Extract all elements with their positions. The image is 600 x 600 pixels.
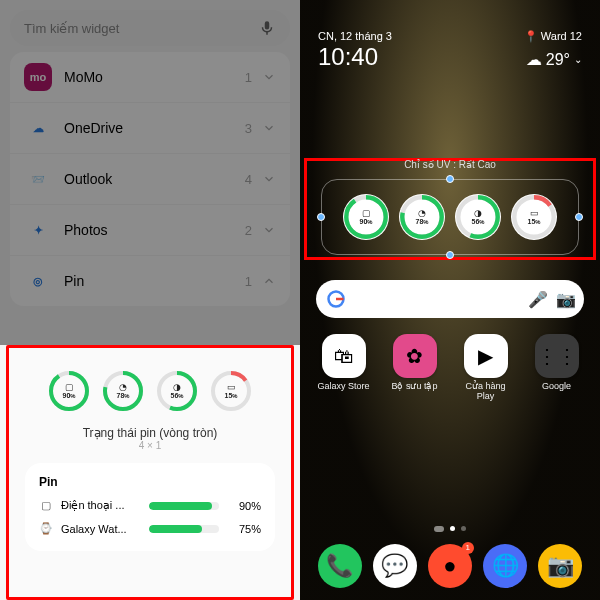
dock-app[interactable]: 🌐: [483, 544, 527, 588]
widget-picker-panel: Tìm kiếm widget mo MoMo 1 ☁ OneDrive 3 📨…: [0, 0, 300, 600]
search-placeholder: Tìm kiếm widget: [24, 21, 119, 36]
notification-badge: 1: [462, 542, 474, 554]
status-area: CN, 12 tháng 3 📍 Ward 12 10:40 ☁ 29° ⌄: [300, 0, 600, 75]
battery-ring: ▢90%: [48, 370, 90, 412]
chevron-down-icon: [262, 172, 276, 186]
battery-ring: ◔78%: [102, 370, 144, 412]
dock: 📞 💬 ●1 🌐 📷: [300, 544, 600, 588]
app-icon[interactable]: ⋮⋮ Google: [527, 334, 587, 402]
chevron-down-icon: [262, 70, 276, 84]
home-screen-panel: CN, 12 tháng 3 📍 Ward 12 10:40 ☁ 29° ⌄ C…: [300, 0, 600, 600]
clock: 10:40: [318, 43, 378, 71]
chevron-down-icon: [262, 223, 276, 237]
google-logo-icon: [326, 289, 346, 309]
widget-title: Trạng thái pin (vòng tròn): [25, 426, 275, 440]
page-dot[interactable]: [450, 526, 455, 531]
battery-ring-row: ▢90% ◔78% ◑56% ▭15%: [25, 370, 275, 412]
app-icon[interactable]: ✿ Bộ sưu tập: [385, 334, 445, 402]
app-icon[interactable]: ▶ Cửa hàng Play: [456, 334, 516, 402]
resize-handle-left[interactable]: [317, 213, 325, 221]
placed-battery-widget[interactable]: ▢90% ◔78% ◑56% ▭15%: [321, 179, 579, 255]
mic-icon[interactable]: [258, 19, 276, 37]
app-icon[interactable]: 🛍 Galaxy Store: [314, 334, 374, 402]
widget-size: 4 × 1: [25, 440, 275, 451]
device-name: Galaxy Wat...: [61, 523, 141, 535]
page-dot[interactable]: [461, 526, 466, 531]
device-name: Điện thoại ...: [61, 499, 141, 512]
uv-label: Chỉ số UV : Rất Cao: [404, 159, 496, 170]
chevron-down-icon: [262, 121, 276, 135]
app-list-row[interactable]: ✦ Photos 2: [10, 205, 290, 255]
weather-temp[interactable]: ☁ 29° ⌄: [526, 50, 582, 69]
placed-widget-highlight: Chỉ số UV : Rất Cao ▢90% ◔78% ◑56% ▭15%: [304, 158, 596, 260]
chevron-up-icon: [262, 274, 276, 288]
device-icon: ▢: [39, 499, 53, 512]
dock-app[interactable]: 📷: [538, 544, 582, 588]
device-row: ⌚ Galaxy Wat... 75%: [39, 522, 261, 535]
battery-ring: ◑56%: [156, 370, 198, 412]
battery-ring: ◑56%: [455, 194, 501, 240]
location-label: 📍 Ward 12: [524, 30, 582, 43]
app-list-row[interactable]: 📨 Outlook 4: [10, 154, 290, 204]
device-row: ▢ Điện thoại ... 90%: [39, 499, 261, 512]
resize-handle-right[interactable]: [575, 213, 583, 221]
device-icon: ⌚: [39, 522, 53, 535]
battery-detail-card: Pin ▢ Điện thoại ... 90% ⌚ Galaxy Wat...…: [25, 463, 275, 551]
dock-app[interactable]: 📞: [318, 544, 362, 588]
google-search-bar[interactable]: 🎤 📷: [316, 280, 584, 318]
battery-ring: ▭15%: [210, 370, 252, 412]
resize-handle-bottom[interactable]: [446, 251, 454, 259]
widget-app-list: mo MoMo 1 ☁ OneDrive 3 📨 Outlook 4 ✦ Pho…: [0, 52, 300, 306]
date-label: CN, 12 tháng 3: [318, 30, 392, 43]
battery-ring: ◔78%: [399, 194, 445, 240]
dock-app[interactable]: ●1: [428, 544, 472, 588]
home-page-dot[interactable]: [434, 526, 444, 532]
lens-icon[interactable]: 📷: [556, 290, 574, 308]
mic-icon[interactable]: 🎤: [528, 290, 546, 308]
app-list-row[interactable]: mo MoMo 1: [10, 52, 290, 102]
app-list-row[interactable]: ◎ Pin 1: [10, 256, 290, 306]
widget-search-input[interactable]: Tìm kiếm widget: [10, 10, 290, 46]
detail-header: Pin: [39, 475, 261, 489]
app-row: 🛍 Galaxy Store ✿ Bộ sưu tập ▶ Cửa hàng P…: [300, 334, 600, 402]
selected-widget-preview: ▢90% ◔78% ◑56% ▭15% Trạng thái pin (vòng…: [6, 345, 294, 600]
app-list-row[interactable]: ☁ OneDrive 3: [10, 103, 290, 153]
battery-ring: ▢90%: [343, 194, 389, 240]
resize-handle-top[interactable]: [446, 175, 454, 183]
dock-app[interactable]: 💬: [373, 544, 417, 588]
page-indicator[interactable]: [300, 526, 600, 532]
battery-ring: ▭15%: [511, 194, 557, 240]
